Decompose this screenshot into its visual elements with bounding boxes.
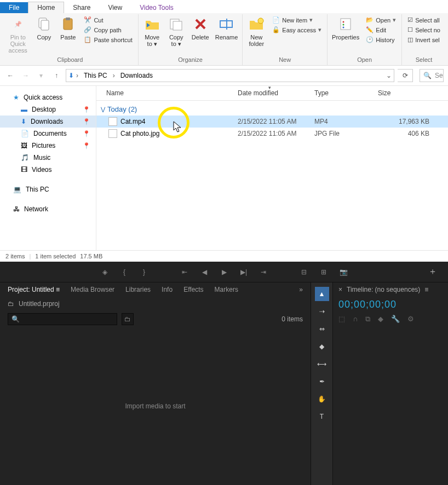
- invert-selection-button[interactable]: ◫Invert sel: [404, 35, 444, 44]
- move-to-button[interactable]: Move to ▾: [141, 14, 164, 49]
- properties-button[interactable]: Properties: [330, 14, 361, 42]
- group-header-today[interactable]: ⋁ Today (2): [96, 101, 448, 116]
- slip-tool[interactable]: ⟷: [315, 357, 329, 371]
- bracket-open-icon[interactable]: {: [119, 268, 129, 276]
- marker-icon[interactable]: ◆: [378, 315, 383, 324]
- razor-tool[interactable]: ◆: [315, 339, 329, 354]
- go-out-icon[interactable]: ⇥: [259, 268, 268, 276]
- tab-effects[interactable]: Effects: [183, 286, 203, 293]
- back-button[interactable]: ←: [4, 70, 16, 82]
- label: Pin to Quick access: [7, 34, 29, 54]
- select-none-button[interactable]: ☐Select no: [404, 25, 444, 34]
- timecode[interactable]: 00;00;00;00: [333, 297, 448, 313]
- sidebar-item-desktop[interactable]: ▬Desktop📍: [0, 103, 96, 116]
- tab-libraries[interactable]: Libraries: [125, 286, 151, 293]
- pin-icon: 📍: [83, 142, 90, 149]
- pin-to-quick-access-button[interactable]: 📌 Pin to Quick access: [4, 14, 31, 55]
- paste-icon: [59, 15, 77, 33]
- easy-access-button[interactable]: 🔓Easy access▾: [269, 25, 325, 34]
- project-file-row: 🗀 Untitled.prproj: [0, 297, 311, 311]
- cut-button[interactable]: ✂️Cut: [81, 15, 135, 25]
- breadcrumb[interactable]: ⬇ This PC Downloads ⌄: [66, 69, 394, 82]
- sidebar-item-pictures[interactable]: 🖼Pictures📍: [0, 140, 96, 152]
- file-row[interactable]: Cat photo.jpg 2/15/2022 11:05 AM JPG Fil…: [96, 128, 448, 140]
- ripple-edit-tool[interactable]: ⇔: [315, 322, 329, 336]
- copy-to-button[interactable]: Copy to ▾: [165, 14, 188, 49]
- pen-tool[interactable]: ✒: [315, 374, 329, 389]
- lift-icon[interactable]: ⊟: [299, 268, 309, 276]
- col-date[interactable]: Date modified: [232, 86, 309, 100]
- crumb-dropdown[interactable]: ⌄: [386, 72, 392, 79]
- paste-shortcut-button[interactable]: 📋Paste shortcut: [81, 35, 135, 44]
- sidebar-quick-access[interactable]: ★Quick access: [0, 91, 96, 103]
- tab-project[interactable]: Project: Untitled ≡: [8, 286, 60, 293]
- copy-path-button[interactable]: 🔗Copy path: [81, 25, 135, 34]
- hand-tool[interactable]: ✋: [315, 392, 329, 406]
- refresh-button[interactable]: ⟳: [398, 69, 413, 82]
- export-frame-icon[interactable]: 📷: [338, 268, 348, 276]
- pin-icon: 📍: [83, 106, 90, 113]
- tab-media-browser[interactable]: Media Browser: [71, 286, 114, 293]
- crumb-thispc[interactable]: This PC: [81, 72, 111, 79]
- linked-selection-icon[interactable]: ⧉: [365, 315, 370, 324]
- tab-share[interactable]: Share: [64, 2, 99, 13]
- new-item-button[interactable]: 📄New item▾: [269, 15, 325, 25]
- sidebar-thispc[interactable]: 💻This PC: [0, 183, 96, 195]
- tab-info[interactable]: Info: [162, 286, 173, 293]
- search-input[interactable]: 🔍 Se: [420, 69, 444, 82]
- select-all-button[interactable]: ☑Select all: [404, 15, 444, 25]
- sidebar-item-downloads[interactable]: ⬇Downloads📍: [0, 116, 96, 128]
- nav-pane: ★Quick access ▬Desktop📍 ⬇Downloads📍 📄Doc…: [0, 86, 96, 250]
- step-back-icon[interactable]: ◀︎: [199, 268, 209, 276]
- step-fwd-icon[interactable]: ▶︎|: [239, 268, 249, 276]
- new-bin-button[interactable]: 🗀: [122, 313, 134, 325]
- type-tool[interactable]: T: [315, 409, 329, 424]
- sidebar-item-documents[interactable]: 📄Documents📍: [0, 128, 96, 140]
- extract-icon[interactable]: ⊞: [319, 268, 329, 276]
- sidebar-item-music[interactable]: 🎵Music: [0, 152, 96, 164]
- selection-tool[interactable]: ▲: [315, 287, 329, 301]
- collapse-icon[interactable]: »: [299, 286, 303, 293]
- bracket-close-icon[interactable]: }: [139, 268, 149, 276]
- col-size[interactable]: Size: [372, 86, 448, 100]
- sequence-icon[interactable]: ⬚: [338, 315, 345, 324]
- play-icon[interactable]: ▶︎: [219, 268, 229, 276]
- tab-file[interactable]: File: [0, 2, 28, 13]
- label: Copy: [37, 34, 51, 41]
- import-drop-zone[interactable]: Import media to start: [8, 332, 303, 481]
- col-name[interactable]: Name: [96, 86, 232, 100]
- file-row[interactable]: Cat.mp4 2/15/2022 11:05 AM MP4 17,963 KB: [96, 116, 448, 128]
- sidebar-network[interactable]: 🖧Network: [0, 203, 96, 215]
- tab-view[interactable]: View: [99, 2, 131, 13]
- panel-menu-icon[interactable]: ≡: [424, 286, 428, 293]
- label: Delete: [192, 34, 209, 41]
- settings-icon[interactable]: 🔧: [391, 315, 400, 324]
- marker-in-icon[interactable]: ◈: [100, 268, 110, 276]
- forward-button[interactable]: →: [20, 70, 32, 82]
- up-button[interactable]: ↑: [50, 70, 62, 82]
- col-type[interactable]: Type: [309, 86, 372, 100]
- add-button[interactable]: ＋: [428, 266, 437, 278]
- delete-button[interactable]: Delete: [189, 14, 212, 42]
- copy-button[interactable]: Copy: [32, 14, 55, 42]
- track-select-tool[interactable]: ⇢: [315, 304, 329, 319]
- new-folder-button[interactable]: New folder: [245, 14, 268, 48]
- tab-home[interactable]: Home: [28, 2, 64, 13]
- search-icon: 🔍: [423, 72, 432, 79]
- open-button[interactable]: 📂Open▾: [363, 15, 399, 25]
- snap-icon[interactable]: ∩: [353, 315, 358, 324]
- paste-button[interactable]: Paste: [56, 14, 79, 42]
- tab-markers[interactable]: Markers: [215, 286, 238, 293]
- rename-button[interactable]: Rename: [213, 14, 240, 42]
- sidebar-item-videos[interactable]: 🎞Videos: [0, 164, 96, 176]
- go-in-icon[interactable]: ⇤: [180, 268, 189, 276]
- tab-video-tools[interactable]: Video Tools: [131, 2, 182, 13]
- project-search-input[interactable]: 🔍: [8, 313, 117, 325]
- close-icon[interactable]: ×: [338, 286, 342, 293]
- pictures-icon: 🖼: [21, 142, 27, 149]
- crumb-downloads[interactable]: Downloads: [117, 72, 156, 79]
- recent-dropdown[interactable]: ▾: [35, 70, 47, 82]
- edit-button[interactable]: ✏️Edit: [363, 25, 399, 34]
- wrench-icon[interactable]: ⚙: [407, 315, 414, 324]
- history-button[interactable]: 🕑History: [363, 35, 399, 44]
